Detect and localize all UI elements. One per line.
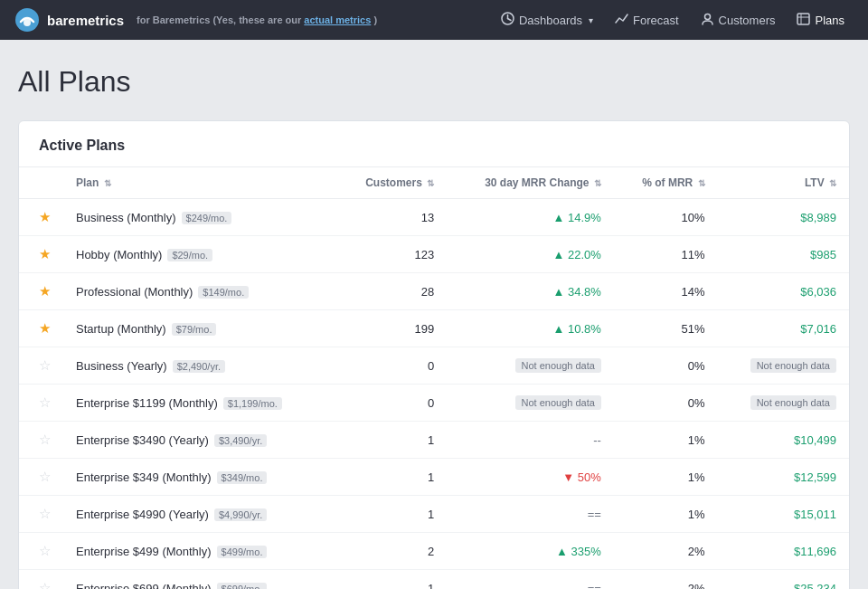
star-cell: ★ (19, 310, 63, 347)
star-icon[interactable]: ☆ (39, 432, 51, 447)
dashboards-icon (501, 12, 514, 28)
page-container: All Plans Active Plans Plan ⇅ Customers … (0, 40, 868, 589)
star-cell: ☆ (19, 347, 63, 385)
nav-label-plans: Plans (815, 14, 844, 27)
col-header-pct-mrr[interactable]: % of MRR ⇅ (614, 167, 718, 199)
chevron-down-icon: ▾ (589, 15, 593, 25)
mrr-change-cell: -- (447, 422, 614, 459)
pct-mrr-cell: 2% (614, 533, 718, 570)
ltv-cell: $985 (718, 236, 849, 273)
nodata-badge: Not enough data (515, 395, 601, 410)
ltv-cell: Not enough data (718, 385, 849, 422)
plan-name-cell: Professional (Monthly)$149/mo. (63, 273, 336, 310)
mrr-change-cell: ▲ 14.9% (447, 199, 614, 236)
plan-price-badge: $349/mo. (217, 471, 268, 484)
change-neutral: == (588, 508, 601, 521)
star-cell: ★ (19, 199, 63, 236)
table-row: ☆Enterprise $3490 (Yearly)$3,490/yr.1--1… (19, 422, 849, 459)
table-row: ★Professional (Monthly)$149/mo.28▲ 34.8%… (19, 273, 849, 310)
nav-label-forecast: Forecast (633, 14, 679, 27)
mrr-change-cell: ▲ 335% (447, 533, 614, 570)
table-header: Plan ⇅ Customers ⇅ 30 day MRR Change ⇅ %… (19, 167, 849, 199)
plan-price-badge: $499/mo. (217, 546, 268, 558)
pct-mrr-cell: 51% (614, 310, 718, 347)
customers-icon (701, 13, 714, 28)
ltv-value: $11,696 (794, 545, 836, 558)
pct-mrr-cell: 14% (614, 273, 718, 310)
plan-price-badge: $249/mo. (182, 212, 232, 224)
ltv-cell: $10,499 (718, 422, 849, 459)
plan-name-text: Enterprise $699 (Monthly) (76, 582, 212, 590)
card-header: Active Plans (19, 121, 849, 167)
change-up: ▲ 10.8% (553, 322, 601, 336)
pct-mrr-cell: 1% (614, 422, 718, 459)
brand-logo-area[interactable]: baremetrics for Baremetrics (Yes, these … (14, 7, 377, 33)
col-header-customers[interactable]: Customers ⇅ (336, 167, 448, 199)
star-cell: ★ (19, 273, 63, 310)
customers-cell: 28 (336, 273, 448, 310)
star-icon[interactable]: ☆ (39, 580, 51, 589)
star-icon[interactable]: ★ (39, 246, 51, 261)
ltv-cell: $6,036 (718, 273, 849, 310)
nav-item-forecast[interactable]: Forecast (606, 7, 688, 33)
sort-icon-customers: ⇅ (427, 178, 434, 188)
ltv-value: $6,036 (800, 285, 836, 299)
actual-metrics-link[interactable]: actual metrics (304, 14, 371, 25)
plan-name-cell: Startup (Monthly)$79/mo. (63, 310, 336, 347)
sort-icon-ltv: ⇅ (829, 178, 836, 188)
plan-price-badge: $149/mo. (198, 286, 249, 299)
customers-cell: 0 (336, 347, 448, 385)
active-plans-card: Active Plans Plan ⇅ Customers ⇅ 30 day M… (18, 120, 850, 589)
table-row: ★Business (Monthly)$249/mo.13▲ 14.9%10%$… (19, 199, 849, 236)
section-title: Active Plans (39, 138, 829, 154)
plan-name-cell: Enterprise $699 (Monthly)$699/mo. (63, 570, 336, 590)
pct-mrr-cell: 10% (614, 199, 718, 236)
plan-name-text: Hobby (Monthly) (76, 248, 162, 261)
star-icon[interactable]: ☆ (39, 543, 51, 558)
plan-name-text: Business (Monthly) (76, 211, 176, 224)
pct-mrr-cell: 0% (614, 385, 718, 422)
col-header-ltv[interactable]: LTV ⇅ (718, 167, 849, 199)
star-cell: ☆ (19, 385, 63, 422)
col-header-star[interactable] (19, 167, 63, 199)
change-up: ▲ 34.8% (553, 285, 601, 299)
nav-item-plans[interactable]: Plans (788, 7, 854, 33)
star-icon[interactable]: ★ (39, 209, 51, 224)
table-row: ★Hobby (Monthly)$29/mo.123▲ 22.0%11%$985 (19, 236, 849, 273)
nav-item-dashboards[interactable]: Dashboards ▾ (492, 6, 602, 33)
plan-name-text: Enterprise $499 (Monthly) (76, 545, 212, 558)
table-row: ☆Enterprise $349 (Monthly)$349/mo.1▼ 50%… (19, 459, 849, 496)
brand-name: baremetrics (47, 13, 124, 28)
ltv-value: $12,599 (794, 470, 836, 484)
nav-item-customers[interactable]: Customers (692, 7, 785, 33)
change-neutral: -- (593, 433, 601, 447)
arrow-up-icon: ▲ (553, 211, 565, 224)
plan-name-cell: Enterprise $3490 (Yearly)$3,490/yr. (63, 422, 336, 459)
plans-tbody: ★Business (Monthly)$249/mo.13▲ 14.9%10%$… (19, 199, 849, 590)
ltv-value: $10,499 (794, 433, 836, 447)
star-icon[interactable]: ☆ (39, 469, 51, 484)
ltv-value: $985 (810, 248, 836, 261)
star-icon[interactable]: ☆ (39, 357, 51, 373)
star-icon[interactable]: ☆ (39, 506, 51, 521)
star-cell: ☆ (19, 422, 63, 459)
table-row: ★Startup (Monthly)$79/mo.199▲ 10.8%51%$7… (19, 310, 849, 347)
star-icon[interactable]: ★ (39, 320, 51, 336)
mrr-change-cell: ▲ 34.8% (447, 273, 614, 310)
change-up: ▲ 335% (556, 545, 601, 558)
plan-name-cell: Hobby (Monthly)$29/mo. (63, 236, 336, 273)
customers-cell: 1 (336, 570, 448, 590)
col-header-mrr-change[interactable]: 30 day MRR Change ⇅ (447, 167, 614, 199)
customers-cell: 1 (336, 422, 448, 459)
plan-name-text: Startup (Monthly) (76, 322, 166, 336)
ltv-value: $7,016 (800, 322, 836, 336)
customers-cell: 199 (336, 310, 448, 347)
col-header-plan[interactable]: Plan ⇅ (63, 167, 336, 199)
plan-name-text: Enterprise $349 (Monthly) (76, 470, 212, 484)
star-icon[interactable]: ★ (39, 283, 51, 299)
forecast-icon (615, 13, 628, 27)
star-icon[interactable]: ☆ (39, 394, 51, 410)
table-row: ☆Business (Yearly)$2,490/yr.0Not enough … (19, 347, 849, 385)
plan-price-badge: $79/mo. (172, 323, 217, 336)
plan-name-cell: Enterprise $349 (Monthly)$349/mo. (63, 459, 336, 496)
